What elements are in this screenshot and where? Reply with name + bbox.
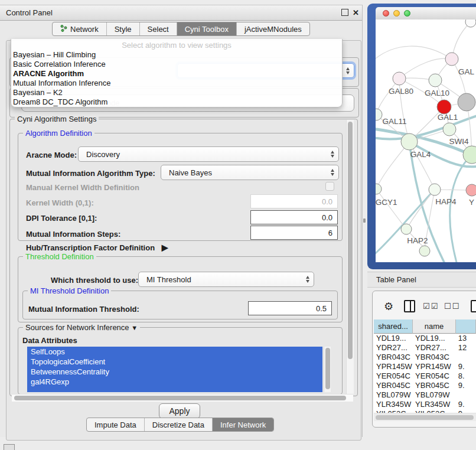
dropdown-item[interactable]: Bayesian – K2 xyxy=(11,88,342,97)
tab-infer-network[interactable]: Infer Network xyxy=(212,418,273,431)
dropdown-item[interactable]: Basic Correlation Inference xyxy=(11,60,342,69)
node[interactable] xyxy=(465,19,476,27)
node-label: GCY1 xyxy=(376,198,397,207)
cell xyxy=(456,353,476,362)
table-row[interactable]: YPR145WYPR145W9. xyxy=(374,362,476,371)
table-hscrollbar xyxy=(374,413,476,421)
node-GAL1[interactable] xyxy=(437,100,451,114)
table-row[interactable]: YDR27...YDR27...12 xyxy=(374,343,476,353)
dropdown-item[interactable]: Mutual Information Inference xyxy=(11,79,342,88)
list-item-selected[interactable]: SelfLoops xyxy=(27,347,322,357)
select-all-columns-icon[interactable]: ☑☑ xyxy=(423,302,439,311)
node-label: GAL11 xyxy=(382,117,406,126)
settings-hscrollbar-thumb[interactable] xyxy=(14,396,346,400)
mi-type-value: Naive Bayes xyxy=(169,168,212,177)
node-SWI4[interactable] xyxy=(443,123,456,136)
column-header-clipped[interactable] xyxy=(456,319,476,334)
splitter-handle[interactable] xyxy=(363,219,366,223)
dropdown-item[interactable]: Bayesian – Hill Climbing xyxy=(11,50,342,60)
zoom-window-icon[interactable] xyxy=(404,10,410,17)
node-GAL10[interactable] xyxy=(429,74,442,87)
tab-style-label: Style xyxy=(115,25,132,34)
cell: 9. xyxy=(456,381,476,390)
network-window-titlebar[interactable] xyxy=(376,7,476,20)
manual-kernel-checkbox xyxy=(325,182,334,191)
network-canvas[interactable]: GAL GAL80 GAL10 GAL1 GAL11 SWI4 GAL4 HAP… xyxy=(376,19,476,262)
table-row[interactable]: YLR345WYLR345W9. xyxy=(374,400,476,409)
dropdown-item[interactable]: Dream8 DC_TDC Algorithm xyxy=(11,97,342,107)
control-panel-tabbar: Network Style Select Cyni Toolbox jActiv… xyxy=(52,22,310,36)
aracne-mode-combobox[interactable]: Discovery xyxy=(78,146,339,162)
aracne-mode-value: Discovery xyxy=(86,150,120,159)
table-row[interactable]: YDL19...YDL19...13 xyxy=(374,334,476,343)
apply-button-label: Apply xyxy=(169,406,190,416)
dropdown-item-selected[interactable]: ARACNE Algorithm xyxy=(11,69,342,79)
node-label: GAL1 xyxy=(438,113,458,122)
node-HAP4[interactable] xyxy=(429,184,441,195)
deselect-all-columns-icon[interactable]: ☐☐ xyxy=(444,302,460,311)
table-hscrollbar-thumb[interactable] xyxy=(376,415,474,420)
node-GAL4[interactable] xyxy=(401,133,418,150)
mi-threshold-value: 0.5 xyxy=(316,304,327,313)
tab-discretize-data[interactable]: Discretize Data xyxy=(144,418,212,431)
collapse-arrow-icon: ▼ xyxy=(131,324,138,331)
gear-icon[interactable]: ⚙ xyxy=(384,300,393,313)
list-item-selected[interactable]: TopologicalCoefficient xyxy=(27,357,322,367)
cell: YER054C xyxy=(413,371,456,381)
tab-network[interactable]: Network xyxy=(53,22,106,35)
control-panel-titlebar: Control Panel xyxy=(0,5,362,21)
tab-impute-data[interactable]: Impute Data xyxy=(87,418,144,431)
dpi-tolerance-field[interactable]: 0.0 xyxy=(250,210,338,224)
apply-button[interactable]: Apply xyxy=(159,403,200,419)
tab-select-label: Select xyxy=(148,25,169,34)
hub-definition-label: Hub/Transcription Factor Definition xyxy=(26,243,155,252)
settings-hscrollbar xyxy=(12,394,353,402)
cell: YDL19... xyxy=(413,334,456,343)
close-panel-icon[interactable]: ✕ xyxy=(352,9,360,17)
which-threshold-combobox[interactable]: MI Threshold xyxy=(138,272,314,287)
tab-jactivemnodules[interactable]: jActiveMNodules xyxy=(236,22,309,35)
node-HAP2[interactable] xyxy=(401,224,412,234)
tab-select[interactable]: Select xyxy=(139,22,177,35)
mi-threshold-field[interactable]: 0.5 xyxy=(248,301,332,315)
column-header-shared-name[interactable]: shared... xyxy=(374,319,413,334)
mi-steps-field[interactable]: 6 xyxy=(250,226,338,240)
new-column-icon[interactable] xyxy=(471,300,476,312)
list-scrollbar-thumb[interactable] xyxy=(325,348,330,389)
mi-type-combobox[interactable]: Naive Bayes xyxy=(161,165,339,180)
node-label: GAL xyxy=(458,67,475,76)
minimize-window-icon[interactable] xyxy=(393,10,400,17)
table-row[interactable]: YBR045CYBR045C9. xyxy=(374,381,476,390)
control-panel-title: Control Panel xyxy=(6,8,53,17)
node-green-right[interactable] xyxy=(463,146,476,164)
list-item-selected[interactable]: gal4RGexp xyxy=(27,377,322,387)
settings-scrollbar-thumb[interactable] xyxy=(348,122,353,359)
cell: YDL19... xyxy=(374,334,413,343)
table-row[interactable]: YBL079WYBL079W xyxy=(374,390,476,400)
tab-style[interactable]: Style xyxy=(106,22,139,35)
node-GAL80[interactable] xyxy=(393,72,406,85)
cell: YBR045C xyxy=(374,381,413,390)
which-threshold-value: MI Threshold xyxy=(146,275,191,284)
tab-cyni-toolbox[interactable]: Cyni Toolbox xyxy=(177,22,236,35)
node-GAL[interactable] xyxy=(445,53,458,66)
node-bottom[interactable] xyxy=(419,246,430,256)
combo-stepper-icon xyxy=(331,151,334,158)
list-item-selected[interactable]: BetweennessCentrality xyxy=(27,367,322,377)
node-GCY1[interactable] xyxy=(376,184,382,194)
minimized-panel-icon[interactable] xyxy=(4,444,15,450)
node-gray[interactable] xyxy=(458,93,475,111)
close-window-icon[interactable] xyxy=(383,10,389,17)
table-row[interactable]: YBR043CYBR043C xyxy=(374,353,476,362)
column-header-name[interactable]: name xyxy=(413,319,456,334)
mi-steps-label: Mutual Information Steps: xyxy=(26,230,120,239)
split-columns-icon[interactable] xyxy=(404,300,415,312)
node-Y[interactable] xyxy=(466,184,476,196)
combo-stepper-icon xyxy=(331,169,334,176)
hub-definition-toggle[interactable]: Hub/Transcription Factor Definition ▶ xyxy=(26,243,168,252)
control-panel: Control Panel ✕ Network Style Select Cyn… xyxy=(0,5,363,437)
table-row[interactable]: YER054CYER054C8. xyxy=(374,371,476,381)
sources-group-title[interactable]: Sources for Network Inference ▼ xyxy=(23,323,140,332)
cell: YER054C xyxy=(374,371,413,381)
float-panel-icon[interactable] xyxy=(341,9,348,16)
